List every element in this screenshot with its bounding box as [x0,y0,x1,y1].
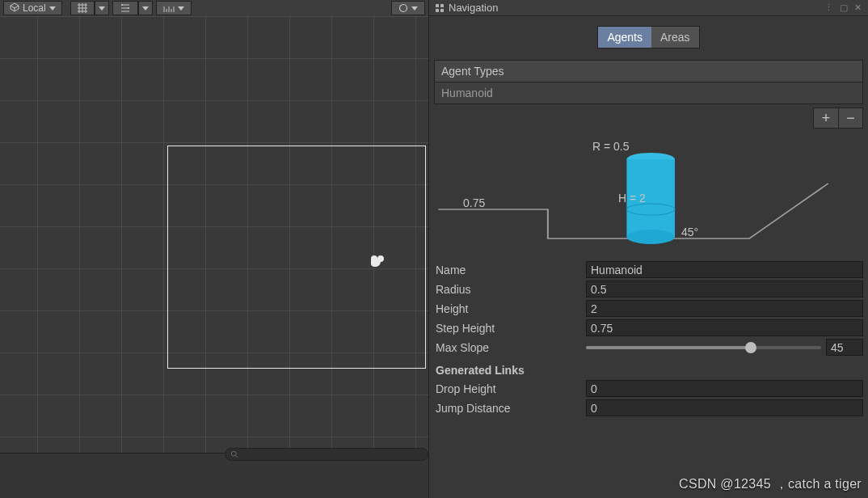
plus-icon: + [822,110,831,127]
radius-label: Radius [434,283,586,296]
navigation-panel: Navigation ⋮ ▢ ✕ Agents Areas Agent Type… [428,0,868,498]
svg-rect-7 [440,9,444,12]
nav-tabs: Agents Areas [434,26,863,49]
diagram-step-label: 0.75 [463,196,485,209]
navigation-panel-header[interactable]: Navigation ⋮ ▢ ✕ [429,0,868,16]
scene-toolbar: Local [0,0,428,16]
height-field[interactable] [586,300,863,317]
tool-space-label: Local [23,2,46,14]
jumpdistance-field[interactable] [586,399,863,416]
gizmo-visibility-button[interactable] [391,1,425,15]
snap-increment-button[interactable] [112,1,138,15]
snap-icon [120,3,131,13]
agent-type-item[interactable]: Humanoid [434,82,863,104]
panel-title: Navigation [449,2,498,14]
height-label: Height [434,302,586,315]
maxslope-value-field[interactable] [826,339,863,356]
hierarchy-search-input[interactable] [225,448,428,461]
radius-field[interactable] [586,281,863,298]
chevron-down-icon [178,6,184,11]
diagram-height-label: H = 2 [618,192,646,205]
stepheight-field[interactable] [586,319,863,336]
circle-icon [398,3,408,13]
chevron-down-icon [411,6,418,11]
svg-rect-5 [440,4,444,7]
minus-icon: − [846,110,855,127]
panel-menu-icon[interactable]: ⋮ [824,2,835,13]
panel-close-icon[interactable]: ✕ [854,2,863,13]
name-field[interactable] [586,261,863,278]
slider-thumb[interactable] [745,342,756,353]
panel-maximize-icon[interactable]: ▢ [840,2,849,13]
generated-links-header: Generated Links [436,364,863,377]
svg-point-1 [128,7,129,9]
maxslope-label: Max Slope [434,341,586,354]
scene-viewport[interactable] [0,16,428,453]
svg-point-2 [400,5,407,12]
scene-view: Local [0,0,428,498]
agent-types-header: Agent Types [434,60,863,82]
svg-point-10 [626,230,675,244]
cube-icon [10,2,19,15]
ruler-button[interactable] [156,1,192,15]
svg-rect-4 [436,4,439,7]
add-agent-type-button[interactable]: + [814,108,838,128]
svg-point-0 [121,4,123,6]
camera-frustum-rect [167,146,426,369]
stepheight-label: Step Height [434,322,586,335]
ruler-icon [163,3,175,13]
watermark-text: CSDN @12345 ，catch a tiger [679,476,862,493]
chevron-down-icon [99,6,105,11]
maxslope-slider[interactable] [586,346,821,349]
svg-rect-6 [436,9,439,12]
diagram-radius-label: R = 0.5 [592,140,630,153]
chevron-down-icon [49,6,56,11]
chevron-down-icon [142,6,149,11]
diagram-slope-label: 45° [681,226,698,238]
tool-space-button[interactable]: Local [3,1,62,15]
dropheight-label: Drop Height [434,382,586,395]
search-icon [230,450,238,458]
grid-snap-button[interactable] [70,1,95,15]
snap-increment-dropdown[interactable] [138,1,153,15]
tab-areas[interactable]: Areas [651,27,699,48]
grid-snap-dropdown[interactable] [95,1,109,15]
svg-point-3 [231,451,236,456]
grid-icon [78,3,87,13]
tab-agents[interactable]: Agents [598,27,651,48]
agent-diagram: R = 0.5 H = 2 0.75 45° [434,135,863,256]
remove-agent-type-button[interactable]: − [838,108,862,128]
jumpdistance-label: Jump Distance [434,402,586,415]
navigation-icon [434,2,445,14]
dropheight-field[interactable] [586,380,863,397]
camera-gizmo-icon [369,254,386,272]
name-label: Name [434,264,586,276]
